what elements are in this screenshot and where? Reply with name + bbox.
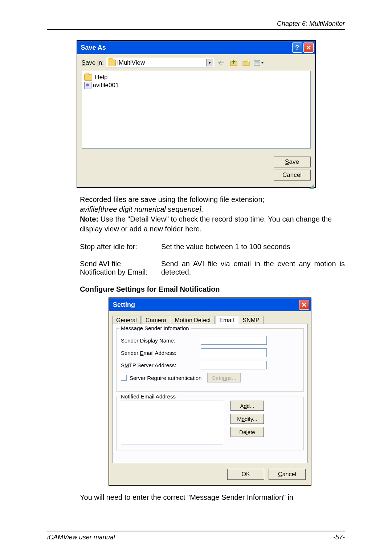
save-as-dialog: Save As ? Save in: iMultiView ▼ bbox=[77, 41, 315, 187]
folder-icon bbox=[84, 74, 92, 81]
save-as-title: Save As bbox=[81, 44, 106, 52]
svg-point-2 bbox=[247, 60, 249, 62]
sender-display-input[interactable] bbox=[201, 336, 267, 345]
settings-title: Setting bbox=[113, 301, 135, 309]
avi-file-icon bbox=[84, 82, 91, 89]
sender-display-label: Sender Display Name: bbox=[121, 337, 201, 344]
close-icon[interactable] bbox=[303, 42, 314, 53]
fieldset-sender-info: Message Sender Infomation Sender Display… bbox=[116, 328, 304, 392]
ok-button[interactable]: OK bbox=[227, 469, 264, 480]
save-as-titlebar: Save As ? bbox=[77, 41, 315, 54]
fieldset-notified-email: Notified Email Address Add... Modify... … bbox=[116, 397, 304, 450]
email-listbox[interactable] bbox=[121, 401, 223, 445]
close-icon[interactable] bbox=[299, 300, 309, 310]
settings-titlebar: Setting bbox=[109, 298, 311, 311]
save-in-label: Save in: bbox=[82, 59, 104, 66]
auth-settings-button: Settings... bbox=[207, 373, 241, 382]
folder-icon bbox=[108, 60, 116, 66]
auth-checkbox[interactable] bbox=[121, 375, 127, 381]
kv-value: Set the value between 1 to 100 seconds bbox=[161, 243, 345, 251]
back-icon[interactable] bbox=[216, 58, 226, 68]
save-button[interactable]: Save bbox=[274, 157, 311, 167]
view-menu-icon[interactable] bbox=[253, 58, 264, 68]
chevron-down-icon[interactable]: ▼ bbox=[206, 59, 213, 66]
auth-label: Server Reguire authentication bbox=[130, 375, 201, 381]
table-row: Send AVI file Notification by Email: Sen… bbox=[80, 260, 345, 276]
tab-camera[interactable]: Camera bbox=[142, 316, 170, 324]
file-list[interactable]: Help avifile001 bbox=[82, 71, 311, 149]
sender-email-label: Sender Email Address: bbox=[121, 350, 201, 356]
note-paragraph: Note: Use the "Detail View" to check the… bbox=[80, 214, 345, 234]
smtp-input[interactable] bbox=[201, 361, 267, 369]
list-item[interactable]: avifile001 bbox=[84, 81, 308, 89]
kv-label: Send AVI file Notification by Email: bbox=[80, 260, 152, 276]
sender-email-input[interactable] bbox=[201, 348, 267, 357]
page-header: Chapter 6: MultiMonitor bbox=[47, 20, 345, 30]
paragraph: Recorded files are save using the follow… bbox=[80, 195, 345, 204]
legend: Message Sender Infomation bbox=[119, 325, 191, 331]
tab-snmp[interactable]: SNMP bbox=[239, 316, 264, 324]
list-item[interactable]: Help bbox=[84, 73, 308, 81]
delete-button[interactable]: Delete bbox=[230, 427, 264, 437]
add-button[interactable]: Add... bbox=[230, 401, 264, 411]
modify-button[interactable]: Modify... bbox=[230, 414, 264, 424]
paragraph: You will need to enter the correct "Mess… bbox=[80, 493, 345, 502]
cancel-button[interactable]: Cancel bbox=[274, 170, 311, 181]
up-folder-icon[interactable] bbox=[229, 58, 239, 68]
legend: Notified Email Address bbox=[119, 393, 177, 400]
kv-label: Stop after idle for: bbox=[80, 243, 152, 251]
tab-email[interactable]: Email bbox=[216, 316, 238, 324]
paragraph-italic: avifile[three digit numerical sequence]. bbox=[80, 204, 345, 214]
settings-dialog: Setting General Camera Motion Detect Ema… bbox=[109, 298, 311, 485]
new-folder-icon[interactable] bbox=[241, 58, 251, 68]
resize-grip-icon[interactable]: ◢ bbox=[77, 183, 315, 187]
footer-right: -57- bbox=[333, 534, 345, 541]
tab-general[interactable]: General bbox=[112, 316, 141, 324]
footer-left: iCAMView user manual bbox=[47, 534, 115, 541]
tab-motion-detect[interactable]: Motion Detect bbox=[171, 316, 215, 324]
table-row: Stop after idle for: Set the value betwe… bbox=[80, 243, 345, 251]
save-in-dropdown[interactable]: iMultiView ▼ bbox=[106, 58, 214, 68]
help-icon[interactable]: ? bbox=[292, 42, 302, 53]
smtp-label: SMTP Server Address: bbox=[121, 362, 201, 368]
section-heading: Configure Settings for Email Notificatio… bbox=[80, 285, 345, 293]
kv-value: Send an AVI file via email in the event … bbox=[161, 260, 345, 276]
cancel-button[interactable]: Cancel bbox=[269, 469, 306, 480]
